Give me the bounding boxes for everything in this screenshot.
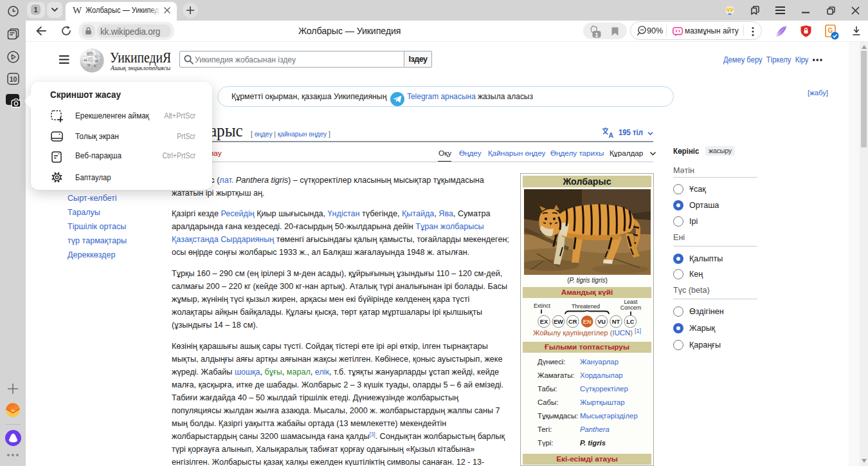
svg-text:Ф: Ф xyxy=(87,63,91,67)
svg-text:1: 1 xyxy=(595,31,599,38)
svg-text:EN: EN xyxy=(583,319,592,325)
svg-text:И: И xyxy=(95,59,98,63)
svg-text:EX: EX xyxy=(540,319,548,325)
svg-text:Ω: Ω xyxy=(84,58,87,62)
svg-text:W: W xyxy=(89,53,93,57)
svg-text:A: A xyxy=(609,131,614,138)
svg-text:VU: VU xyxy=(597,319,606,325)
svg-text:EW: EW xyxy=(554,319,563,325)
svg-text:CR: CR xyxy=(568,319,577,325)
svg-text:10: 10 xyxy=(10,75,17,83)
svg-text:NT: NT xyxy=(612,319,620,325)
svg-text:LC: LC xyxy=(626,319,635,325)
svg-text:A: A xyxy=(93,64,96,68)
